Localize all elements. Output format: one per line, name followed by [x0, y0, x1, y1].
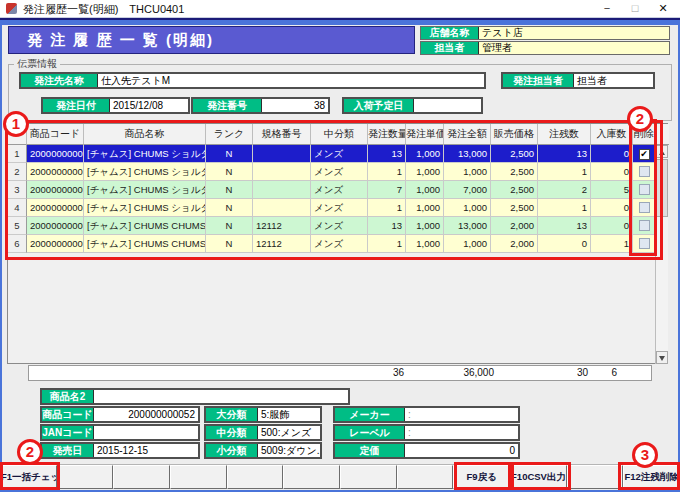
app-icon: [6, 3, 17, 14]
close-button[interactable]: ✕: [652, 1, 674, 16]
grid-header-row: 商品コード 商品名称 ランク 規格番号 中分類 発注数量 発注単価 発注全額 販…: [8, 124, 667, 145]
manager-field[interactable]: 管理者: [479, 42, 669, 54]
cell-product-code: 200000000052: [27, 199, 84, 217]
manager-group: 担当者 管理者: [420, 41, 670, 55]
maker-group: メーカー :: [333, 406, 520, 423]
col-header-delete: 削除: [633, 124, 656, 145]
cell-received: 1: [591, 235, 633, 253]
cell-backlog: 2: [538, 181, 591, 199]
table-row[interactable]: 3 200000000052 [チャムス] CHUMS ショルダー... N メ…: [8, 181, 667, 199]
cell-mid-category: メンズ: [311, 163, 368, 181]
totals-bar: 36 36,000 30 6: [28, 365, 652, 381]
order-number-field[interactable]: 38: [262, 99, 328, 112]
brand-field[interactable]: :: [405, 426, 518, 439]
store-name-group: 店舗名称 テスト店: [420, 26, 670, 40]
cell-product-name: [チャムス] CHUMS CHUMS(チャ...: [84, 235, 206, 253]
f4-button[interactable]: [170, 465, 227, 489]
delete-checkbox[interactable]: ✔: [639, 149, 650, 160]
cell-mid-category: メンズ: [311, 199, 368, 217]
table-row[interactable]: 2 200000000052 [チャムス] CHUMS ショルダー... N メ…: [8, 163, 667, 181]
cell-unit-price: 1,000: [406, 163, 444, 181]
cell-mid-category: メンズ: [311, 181, 368, 199]
cell-order-amount: 7,000: [444, 181, 491, 199]
col-header-mid-category: 中分類: [311, 124, 368, 145]
f9-back-button[interactable]: F9戻る: [453, 465, 510, 489]
store-name-field[interactable]: テスト店: [479, 27, 669, 39]
table-row[interactable]: 5 200000000057 [チャムス] CHUMS CHUMS(チャ... …: [8, 217, 667, 235]
minimize-button[interactable]: −: [596, 1, 618, 16]
table-row[interactable]: 4 200000000052 [チャムス] CHUMS ショルダー... N メ…: [8, 199, 667, 217]
supplier-field[interactable]: 仕入先テストM: [98, 74, 484, 87]
f8-button[interactable]: [397, 465, 454, 489]
mid-category-field[interactable]: 500:メンズ: [258, 426, 320, 439]
f1-batch-check-button[interactable]: F1一括チェック: [0, 465, 57, 489]
cell-spec-number: [253, 199, 311, 217]
release-date-group: 発売日 2015-12-15: [40, 442, 200, 459]
jan-code-field[interactable]: [94, 426, 198, 439]
scroll-down-button[interactable]: [656, 351, 668, 364]
f2-button[interactable]: [57, 465, 114, 489]
f12-delete-backlog-button[interactable]: F12注残削除: [623, 465, 680, 489]
order-date-group: 発注日付 2015/12/08: [41, 97, 190, 114]
delete-checkbox[interactable]: [639, 184, 650, 195]
cell-received: 5: [591, 181, 633, 199]
arrival-date-label: 入荷予定日: [344, 99, 414, 112]
order-number-group: 発注番号 38: [191, 97, 330, 114]
cell-order-qty: 13: [368, 145, 406, 163]
jan-code-label: JANコード: [42, 426, 94, 439]
row-number: 1: [8, 145, 27, 163]
cell-rank: N: [206, 145, 253, 163]
arrival-date-field[interactable]: [414, 99, 481, 112]
col-header-rank: ランク: [206, 124, 253, 145]
cell-order-amount: 1,000: [444, 199, 491, 217]
scroll-up-button[interactable]: [656, 145, 668, 158]
f5-button[interactable]: [227, 465, 284, 489]
delete-checkbox[interactable]: [639, 238, 650, 249]
cell-product-name: [チャムス] CHUMS ショルダー...: [84, 163, 206, 181]
cell-order-amount: 13,000: [444, 217, 491, 235]
cell-unit-price: 1,000: [406, 145, 444, 163]
small-category-field[interactable]: 5009:ダウン...: [258, 444, 320, 457]
release-date-field[interactable]: 2015-12-15: [94, 444, 198, 457]
f3-button[interactable]: [113, 465, 170, 489]
delete-checkbox[interactable]: [639, 220, 650, 231]
cell-product-code: 200000000052: [27, 181, 84, 199]
row-number: 6: [8, 235, 27, 253]
delete-checkbox[interactable]: [639, 166, 650, 177]
total-order-amount: 36,000: [463, 366, 494, 380]
f11-button[interactable]: [567, 465, 624, 489]
order-person-field[interactable]: 担当者: [574, 74, 653, 87]
maximize-button[interactable]: □: [624, 1, 646, 16]
cell-sale-price: 2,500: [491, 163, 538, 181]
cell-order-amount: 13,000: [444, 145, 491, 163]
f6-button[interactable]: [283, 465, 340, 489]
scrollbar-thumb[interactable]: [656, 159, 668, 217]
col-header-received: 入庫数: [591, 124, 633, 145]
cell-mid-category: メンズ: [311, 235, 368, 253]
col-header-rownum: [8, 124, 27, 145]
arrival-date-group: 入荷予定日: [342, 97, 483, 114]
window-frame-top: [0, 18, 680, 25]
large-category-group: 大分類 5:服飾: [204, 406, 322, 423]
row-number: 3: [8, 181, 27, 199]
cell-order-qty: 1: [368, 235, 406, 253]
f10-csv-export-button[interactable]: F10CSV出力: [510, 465, 567, 489]
table-row[interactable]: 6 200000000057 [チャムス] CHUMS CHUMS(チャ... …: [8, 235, 667, 253]
delete-checkbox[interactable]: [639, 202, 650, 213]
product-name2-field[interactable]: [94, 390, 348, 403]
col-header-order-amount: 発注全額: [444, 124, 491, 145]
table-row[interactable]: 1 200000000052 [チャムス] CHUMS ショルダー... N メ…: [8, 145, 667, 163]
cell-rank: N: [206, 163, 253, 181]
cell-rank: N: [206, 217, 253, 235]
maker-field[interactable]: :: [405, 408, 518, 421]
vertical-scrollbar[interactable]: [655, 145, 668, 364]
cell-mid-category: メンズ: [311, 145, 368, 163]
mid-category-label: 中分類: [206, 426, 258, 439]
f7-button[interactable]: [340, 465, 397, 489]
cell-product-name: [チャムス] CHUMS ショルダー...: [84, 199, 206, 217]
product-name2-group: 商品名2: [40, 388, 350, 405]
list-price-field[interactable]: 0: [405, 444, 518, 457]
order-date-field[interactable]: 2015/12/08: [110, 99, 188, 112]
product-code-field[interactable]: 200000000052: [94, 408, 198, 421]
large-category-field[interactable]: 5:服飾: [258, 408, 320, 421]
